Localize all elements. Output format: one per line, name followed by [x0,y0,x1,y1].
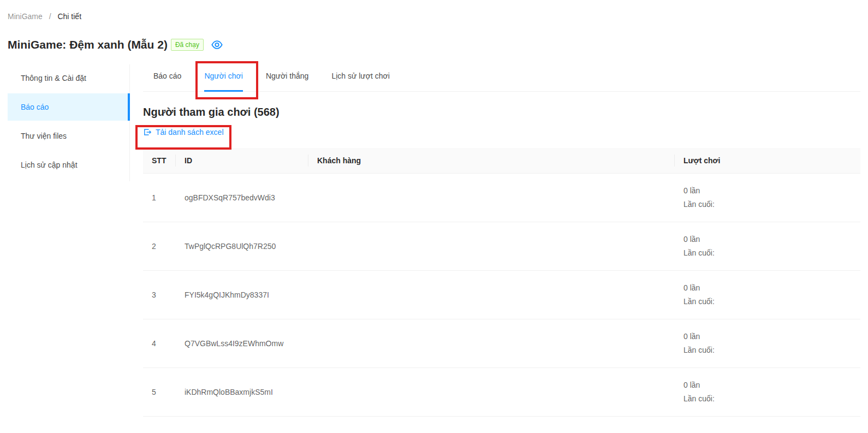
last-play: Lần cuối: [683,198,852,211]
export-link-label: Tải danh sách excel [156,128,224,137]
cell-id: TwPglQcRPG8UlQh7R250 [176,222,308,271]
sidebar-item-bao-cao[interactable]: Báo cáo [8,93,129,121]
sidebar-item-thong-tin-cai-dat[interactable]: Thông tin & Cài đặt [8,64,129,92]
tab-nguoi-choi[interactable]: Người chơi [204,64,243,91]
sidebar-item-label: Lịch sử cập nhật [21,161,78,169]
tab-bao-cao[interactable]: Báo cáo [153,64,181,91]
cell-id: ogBFDXSqR757bedvWdi3 [176,174,308,222]
cell-stt: 5 [143,368,176,417]
breadcrumb: MiniGame / Chi tiết [8,12,81,21]
tab-lich-su-luot-choi[interactable]: Lịch sử lượt chơi [331,64,389,91]
players-table: STT ID Khách hàng Lượt chơi 1 ogBFDXSqR7… [143,148,860,417]
breadcrumb-minigame-link[interactable]: MiniGame [8,12,43,21]
tab-bar: Báo cáo Người chơi Người thắng Lịch sử l… [143,64,860,92]
cell-plays: 0 lần Lần cuối: [675,368,860,417]
last-play: Lần cuối: [683,392,852,406]
tab-nguoi-thang[interactable]: Người thắng [266,64,308,91]
cell-id: FYI5k4gQIJKhmDy8337I [176,271,308,319]
cell-customer [308,319,675,368]
breadcrumb-current: Chi tiết [57,12,81,21]
table-row: 2 TwPglQcRPG8UlQh7R250 0 lần Lần cuối: [143,222,860,271]
plays-count: 0 lần [683,233,852,246]
last-play: Lần cuối: [683,246,852,260]
table-header-row: STT ID Khách hàng Lượt chơi [143,148,860,174]
table-row: 5 iKDhRmQloBBaxmjkS5mI 0 lần Lần cuối: [143,368,860,417]
cell-id: iKDhRmQloBBaxmjkS5mI [176,368,308,417]
cell-customer [308,368,675,417]
page-header: MiniGame: Đệm xanh (Mẫu 2) Đã chạy [8,38,224,51]
plays-count: 0 lần [683,281,852,295]
column-header-luot-choi: Lượt chơi [675,148,860,174]
plays-count: 0 lần [683,184,852,198]
cell-customer [308,222,675,271]
column-header-stt: STT [143,148,176,174]
last-play: Lần cuối: [683,343,852,357]
sidebar-item-thu-vien-files[interactable]: Thư viện files [8,122,129,150]
page-title: MiniGame: Đệm xanh (Mẫu 2) [8,38,168,51]
column-header-khach-hang: Khách hàng [308,148,675,174]
cell-plays: 0 lần Lần cuối: [675,319,860,368]
table-row: 4 Q7VGBwLss4I9zEWhmOmw 0 lần Lần cuối: [143,319,860,368]
sidebar-item-label: Thông tin & Cài đặt [21,74,86,82]
breadcrumb-separator: / [49,12,51,21]
table-row: 3 FYI5k4gQIJKhmDy8337I 0 lần Lần cuối: [143,271,860,319]
cell-stt: 3 [143,271,176,319]
content-panel: Báo cáo Người chơi Người thắng Lịch sử l… [143,64,860,417]
cell-stt: 2 [143,222,176,271]
cell-plays: 0 lần Lần cuối: [675,222,860,271]
plays-count: 0 lần [683,330,852,343]
sidebar-item-lich-su-cap-nhat[interactable]: Lịch sử cập nhật [8,151,129,179]
cell-plays: 0 lần Lần cuối: [675,174,860,222]
cell-customer [308,271,675,319]
cell-customer [308,174,675,222]
cell-plays: 0 lần Lần cuối: [675,271,860,319]
eye-icon[interactable] [210,39,224,51]
status-badge: Đã chạy [171,39,204,51]
table-row: 1 ogBFDXSqR757bedvWdi3 0 lần Lần cuối: [143,174,860,222]
sidebar-menu: Thông tin & Cài đặt Báo cáo Thư viện fil… [8,64,130,181]
export-icon [143,128,152,137]
cell-stt: 1 [143,174,176,222]
sidebar-item-label: Báo cáo [21,103,49,111]
plays-count: 0 lần [683,378,852,392]
section-title: Người tham gia chơi (568) [143,106,860,118]
cell-id: Q7VGBwLss4I9zEWhmOmw [176,319,308,368]
last-play: Lần cuối: [683,295,852,309]
cell-stt: 4 [143,319,176,368]
export-excel-link[interactable]: Tải danh sách excel [143,128,224,137]
column-header-id: ID [176,148,308,174]
sidebar-item-label: Thư viện files [21,132,67,140]
